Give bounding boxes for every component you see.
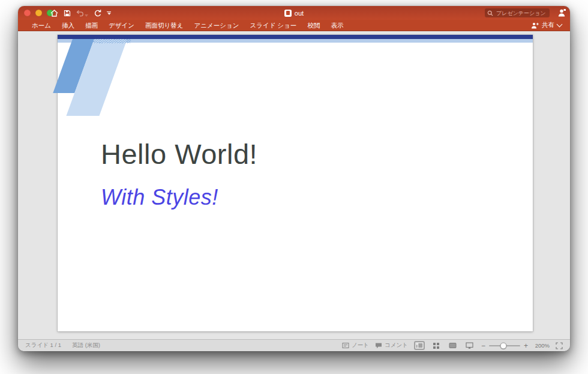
tab-view[interactable]: 表示 (325, 20, 349, 31)
person-plus-icon (531, 22, 539, 29)
slide-decor-navy-bar (58, 35, 533, 39)
zoom-level[interactable]: 200% (534, 342, 550, 349)
status-bar: スライド 1 / 1 英語 (米国) ノート コメント (18, 339, 570, 351)
zoom-slider-thumb[interactable] (500, 342, 506, 349)
share-button[interactable]: 共有 (531, 21, 570, 29)
status-right: ノート コメント (342, 341, 563, 350)
reading-view-button[interactable] (448, 341, 458, 350)
notes-icon (342, 342, 349, 349)
slide-decor-stripe-hatch (92, 39, 131, 43)
slide-canvas[interactable]: Hello World! With Styles! (58, 35, 533, 331)
ribbon-tab-bar: ホーム 挿入 描画 デザイン 画面切り替え アニメーション スライド ショー 校… (18, 20, 570, 31)
share-label: 共有 (542, 21, 554, 29)
search-icon (487, 10, 493, 16)
tab-slideshow[interactable]: スライド ショー (244, 20, 302, 31)
comments-label: コメント (385, 342, 408, 349)
account-person-icon[interactable] (557, 8, 566, 17)
slide-title-textbox[interactable]: Hello World! (101, 138, 257, 170)
tab-design[interactable]: デザイン (103, 20, 140, 31)
slide-subtitle-textbox[interactable]: With Styles! (101, 185, 218, 210)
slideshow-icon (466, 342, 473, 349)
document-icon (284, 10, 292, 17)
slide-sorter-view-button[interactable] (431, 341, 442, 350)
comments-button[interactable]: コメント (375, 342, 408, 349)
zoom-slider[interactable] (489, 345, 520, 346)
slide-sorter-icon (433, 342, 440, 349)
normal-view-button[interactable] (414, 341, 425, 350)
tab-draw[interactable]: 描画 (80, 20, 103, 31)
language-indicator[interactable]: 英語 (米国) (72, 342, 100, 349)
tab-insert[interactable]: 挿入 (56, 20, 80, 31)
editing-workspace: Hello World! With Styles! (18, 31, 570, 339)
zoom-control: − + (481, 342, 528, 349)
tab-transitions[interactable]: 画面切り替え (140, 20, 189, 31)
slideshow-view-button[interactable] (464, 341, 475, 350)
status-left: スライド 1 / 1 英語 (米国) (25, 342, 100, 349)
notes-button[interactable]: ノート (342, 342, 369, 349)
window-title: out (295, 10, 304, 17)
notes-label: ノート (352, 342, 369, 349)
powerpoint-window: out ホーム 挿入 描画 デザイン 画面切り替え アニメーション スライド シ… (18, 6, 570, 351)
chevron-down-icon (557, 22, 563, 28)
fit-to-window-icon[interactable] (556, 342, 563, 349)
search-input[interactable] (495, 10, 547, 17)
tab-animations[interactable]: アニメーション (188, 20, 244, 31)
normal-view-icon (415, 342, 424, 349)
zoom-in-button[interactable]: + (524, 342, 528, 349)
comments-icon (375, 342, 382, 349)
tab-review[interactable]: 校閲 (302, 20, 325, 31)
slide-counter[interactable]: スライド 1 / 1 (25, 342, 61, 349)
zoom-out-button[interactable]: − (481, 342, 485, 349)
tab-home[interactable]: ホーム (26, 20, 56, 31)
title-bar: out (18, 6, 570, 20)
search-box[interactable] (485, 8, 550, 17)
reading-view-icon (449, 342, 457, 349)
